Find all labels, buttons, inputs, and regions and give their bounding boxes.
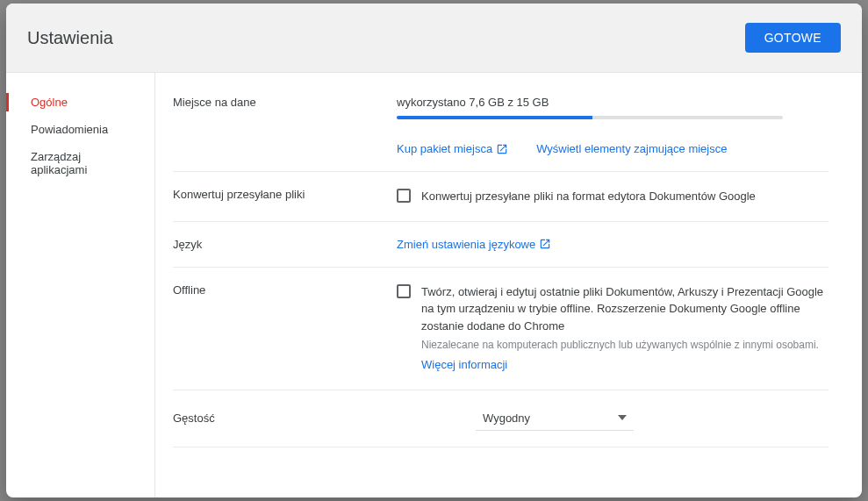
convert-checkbox-label: Konwertuj przesyłane pliki na format edy… [421,188,829,205]
density-selected-value: Wygodny [483,412,530,425]
offline-hint: Niezalecane na komputerach publicznych l… [421,337,829,353]
offline-section: Offline Twórz, otwieraj i edytuj ostatni… [173,268,829,390]
offline-body: Twórz, otwieraj i edytuj ostatnie pliki … [397,283,829,374]
section-label-offline: Offline [173,283,397,374]
convert-checkbox-row: Konwertuj przesyłane pliki na format edy… [397,188,829,205]
view-storage-items-link[interactable]: Wyświetl elementy zajmujące miejsce [536,142,727,155]
storage-usage-text: wykorzystano 7,6 GB z 15 GB [397,96,829,109]
storage-body: wykorzystano 7,6 GB z 15 GB Kup pakiet m… [397,96,829,155]
sidebar-item-label: Zarządzaj aplikacjami [31,150,137,176]
convert-checkbox[interactable] [397,189,411,203]
density-select[interactable]: Wygodny [476,406,634,431]
external-link-icon [496,143,508,155]
convert-section: Konwertuj przesyłane pliki Konwertuj prz… [173,172,829,222]
dialog-header: Ustawienia GOTOWE [6,4,862,73]
storage-progress-bar [397,116,783,119]
sidebar: Ogólne Powiadomienia Zarządzaj aplikacja… [6,73,155,497]
section-label-density: Gęstość [173,412,397,425]
change-language-link[interactable]: Zmień ustawienia językowe [397,238,551,251]
section-label-convert: Konwertuj przesyłane pliki [173,188,397,205]
link-label: Zmień ustawienia językowe [397,238,535,251]
sidebar-item-general[interactable]: Ogólne [6,89,154,116]
offline-text-group: Twórz, otwieraj i edytuj ostatnie pliki … [421,283,829,374]
buy-storage-link[interactable]: Kup pakiet miejsca [397,142,508,155]
sidebar-item-manage-apps[interactable]: Zarządzaj aplikacjami [6,143,154,183]
external-link-icon [539,238,551,250]
section-label-language: Język [173,238,397,251]
settings-dialog: Ustawienia GOTOWE Ogólne Powiadomienia Z… [6,4,862,497]
sidebar-item-notifications[interactable]: Powiadomienia [6,116,154,143]
density-section: Gęstość Wygodny [173,390,829,447]
offline-more-link[interactable]: Więcej informacji [421,356,507,374]
storage-progress-fill [397,116,592,119]
convert-body: Konwertuj przesyłane pliki na format edy… [397,188,829,205]
language-section: Język Zmień ustawienia językowe [173,222,829,268]
dialog-body: Ogólne Powiadomienia Zarządzaj aplikacja… [6,73,862,497]
chevron-down-icon [618,415,627,420]
done-button[interactable]: GOTOWE [745,23,841,53]
storage-links: Kup pakiet miejsca Wyświetl elementy zaj… [397,142,829,155]
sidebar-item-label: Ogólne [31,96,68,109]
link-label: Kup pakiet miejsca [397,142,492,155]
settings-content[interactable]: Miejsce na dane wykorzystano 7,6 GB z 15… [155,73,862,497]
offline-checkbox[interactable] [397,284,411,298]
dialog-title: Ustawienia [27,28,113,48]
sidebar-item-label: Powiadomienia [31,123,108,136]
section-label-storage: Miejsce na dane [173,96,397,155]
storage-section: Miejsce na dane wykorzystano 7,6 GB z 15… [173,90,829,172]
language-body: Zmień ustawienia językowe [397,238,829,251]
link-label: Wyświetl elementy zajmujące miejsce [536,142,727,155]
offline-checkbox-row: Twórz, otwieraj i edytuj ostatnie pliki … [397,283,829,374]
offline-checkbox-label: Twórz, otwieraj i edytuj ostatnie pliki … [421,283,829,335]
